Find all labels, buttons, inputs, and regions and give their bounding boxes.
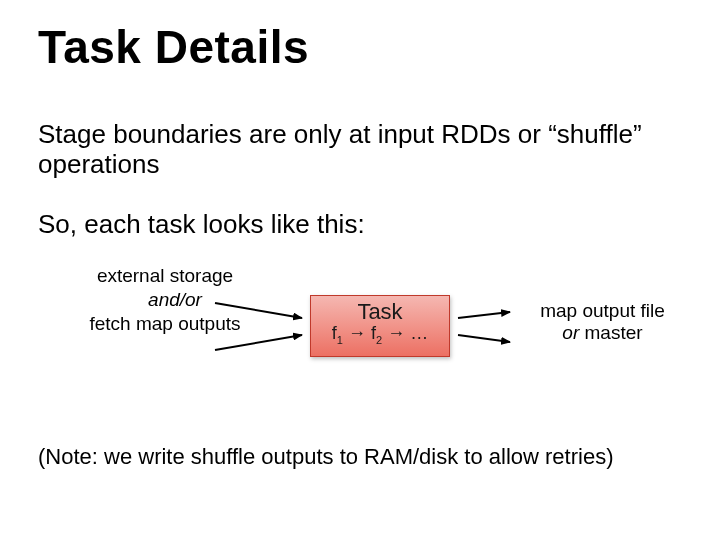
slide-title: Task Details bbox=[38, 22, 309, 73]
diagram-input-label: external storage and/or fetch map output… bbox=[85, 265, 245, 335]
task-box: Task f1 → f2 → … bbox=[310, 295, 450, 357]
seq-arrow1: → bbox=[343, 323, 371, 343]
input-fetch-map-outputs: fetch map outputs bbox=[89, 313, 240, 334]
task-box-sequence: f1 → f2 → … bbox=[311, 324, 449, 346]
output-or: or bbox=[562, 322, 579, 343]
task-diagram: external storage and/or fetch map output… bbox=[0, 265, 720, 425]
slide: Task Details Stage boundaries are only a… bbox=[0, 0, 720, 540]
svg-line-1 bbox=[215, 335, 302, 350]
body-text-2: So, each task looks like this: bbox=[38, 210, 658, 240]
svg-line-2 bbox=[458, 312, 510, 318]
footnote: (Note: we write shuffle outputs to RAM/d… bbox=[38, 444, 698, 470]
svg-line-3 bbox=[458, 335, 510, 342]
input-andor: and/or bbox=[85, 289, 245, 311]
seq-tail: → … bbox=[382, 323, 428, 343]
input-external-storage: external storage bbox=[97, 265, 233, 286]
output-map-file: map output file bbox=[540, 300, 665, 321]
diagram-output-label: map output file or master bbox=[515, 300, 690, 344]
body-text-1: Stage boundaries are only at input RDDs … bbox=[38, 120, 658, 180]
task-box-title: Task bbox=[311, 300, 449, 324]
output-master: master bbox=[579, 322, 642, 343]
